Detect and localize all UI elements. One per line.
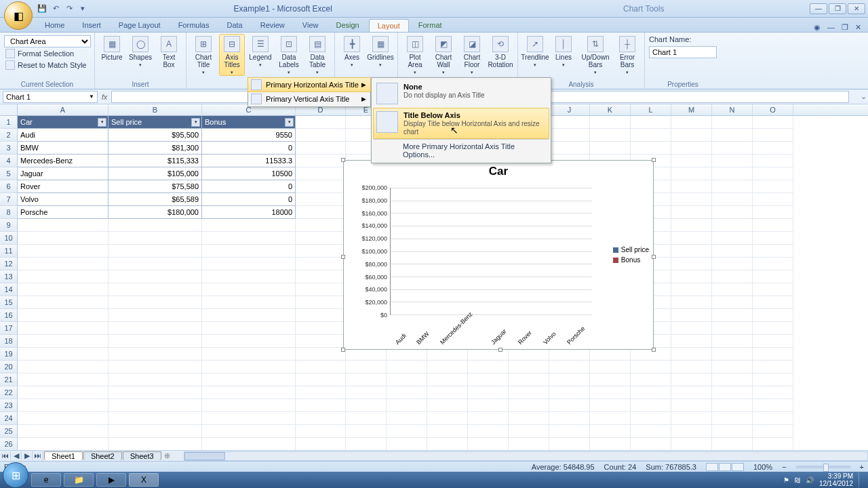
axes-button[interactable]: ╋Axes▾	[339, 34, 365, 68]
cell[interactable]	[296, 258, 346, 270]
col-header[interactable]: O	[753, 104, 793, 115]
cell[interactable]	[712, 412, 753, 425]
cell[interactable]	[509, 361, 549, 373]
cell[interactable]	[296, 386, 346, 399]
cell[interactable]	[108, 348, 202, 361]
row-header[interactable]: 18	[0, 335, 18, 348]
ribbon-close-icon[interactable]: ✕	[855, 23, 861, 32]
plot-area-button[interactable]: ◫Plot Area▾	[402, 34, 428, 76]
cell[interactable]	[631, 438, 671, 450]
row-header[interactable]: 23	[0, 399, 18, 412]
cell[interactable]	[712, 335, 753, 348]
sheet-nav-last[interactable]: ⏭	[33, 451, 43, 460]
cell[interactable]	[712, 270, 753, 283]
row-header[interactable]: 4	[0, 155, 18, 167]
cell[interactable]	[346, 386, 387, 399]
cell[interactable]	[509, 425, 549, 438]
cell[interactable]: $105,000	[108, 167, 202, 180]
cell[interactable]	[671, 180, 712, 193]
cell[interactable]	[296, 219, 346, 232]
cell[interactable]	[387, 438, 427, 450]
cell[interactable]	[712, 283, 753, 296]
cell[interactable]	[671, 322, 712, 335]
cell[interactable]	[108, 425, 202, 438]
cell[interactable]	[631, 399, 671, 412]
cell[interactable]	[427, 399, 468, 412]
cell[interactable]	[427, 373, 468, 386]
zoom-level[interactable]: 100%	[753, 463, 772, 471]
row-header[interactable]: 14	[0, 283, 18, 296]
cell[interactable]	[590, 386, 631, 399]
cell[interactable]	[753, 193, 793, 206]
col-header[interactable]: L	[631, 104, 671, 115]
cell[interactable]: Bonus▾	[202, 116, 296, 129]
cell[interactable]: Mercedes-Benz	[18, 155, 108, 167]
cell[interactable]	[549, 361, 590, 373]
cell[interactable]	[202, 283, 296, 296]
cell[interactable]	[631, 386, 671, 399]
sheet-tab[interactable]: Sheet3	[123, 451, 161, 460]
cell[interactable]: Volvo	[18, 193, 108, 206]
cell[interactable]	[427, 361, 468, 373]
cell[interactable]	[18, 219, 108, 232]
cell[interactable]	[712, 219, 753, 232]
cell[interactable]	[202, 258, 296, 270]
picture-button[interactable]: ▦Picture	[99, 34, 125, 62]
primary-vertical-axis-title-item[interactable]: Primary Vertical Axis Title▶	[248, 92, 370, 106]
tab-format[interactable]: Format	[410, 19, 450, 32]
cell[interactable]	[387, 399, 427, 412]
col-header[interactable]: J	[549, 104, 590, 115]
row-header[interactable]: 11	[0, 245, 18, 258]
cell[interactable]	[712, 116, 753, 129]
horizontal-scrollbar[interactable]	[184, 451, 868, 461]
fx-icon[interactable]: fx	[98, 93, 111, 101]
chart-name-input[interactable]	[649, 46, 717, 58]
cell[interactable]	[753, 129, 793, 142]
tab-formulas[interactable]: Formulas	[170, 19, 218, 32]
gridlines-button[interactable]: ▦Gridlines▾	[368, 34, 393, 68]
cell[interactable]	[346, 361, 387, 373]
cell[interactable]: Sell price▾	[108, 116, 202, 129]
cell[interactable]	[671, 348, 712, 361]
cell[interactable]	[671, 116, 712, 129]
cell[interactable]	[549, 373, 590, 386]
cell[interactable]	[108, 283, 202, 296]
cell[interactable]	[671, 219, 712, 232]
cell[interactable]	[753, 348, 793, 361]
cell[interactable]	[296, 155, 346, 167]
qat-more-icon[interactable]: ▾	[77, 3, 88, 14]
cell[interactable]	[753, 167, 793, 180]
cell[interactable]	[671, 245, 712, 258]
chart-element-selector[interactable]: Chart Area	[4, 35, 91, 47]
cell[interactable]	[468, 399, 509, 412]
tab-page-layout[interactable]: Page Layout	[111, 19, 169, 32]
cell[interactable]	[590, 116, 631, 129]
cell[interactable]	[296, 245, 346, 258]
cell[interactable]	[296, 425, 346, 438]
row-header[interactable]: 20	[0, 361, 18, 373]
cell[interactable]	[18, 309, 108, 322]
chart-wall-button[interactable]: ◩Chart Wall▾	[431, 34, 456, 76]
cell[interactable]	[296, 412, 346, 425]
cell[interactable]	[712, 245, 753, 258]
cell[interactable]	[753, 335, 793, 348]
cell[interactable]	[671, 232, 712, 245]
row-header[interactable]: 3	[0, 142, 18, 155]
cell[interactable]	[468, 425, 509, 438]
view-layout-button[interactable]	[719, 463, 731, 471]
cell[interactable]	[590, 142, 631, 155]
cell[interactable]	[18, 258, 108, 270]
cell[interactable]	[631, 373, 671, 386]
row-header[interactable]: 22	[0, 386, 18, 399]
tab-layout[interactable]: Layout	[369, 19, 409, 32]
cell[interactable]	[18, 270, 108, 283]
col-header[interactable]: B	[108, 104, 202, 115]
cell[interactable]	[671, 309, 712, 322]
cell[interactable]	[753, 219, 793, 232]
maximize-button[interactable]: ❐	[829, 3, 846, 14]
cell[interactable]	[296, 296, 346, 309]
cell[interactable]	[296, 438, 346, 450]
cell[interactable]	[108, 438, 202, 450]
cell[interactable]: 18000	[202, 206, 296, 219]
cell[interactable]	[202, 386, 296, 399]
